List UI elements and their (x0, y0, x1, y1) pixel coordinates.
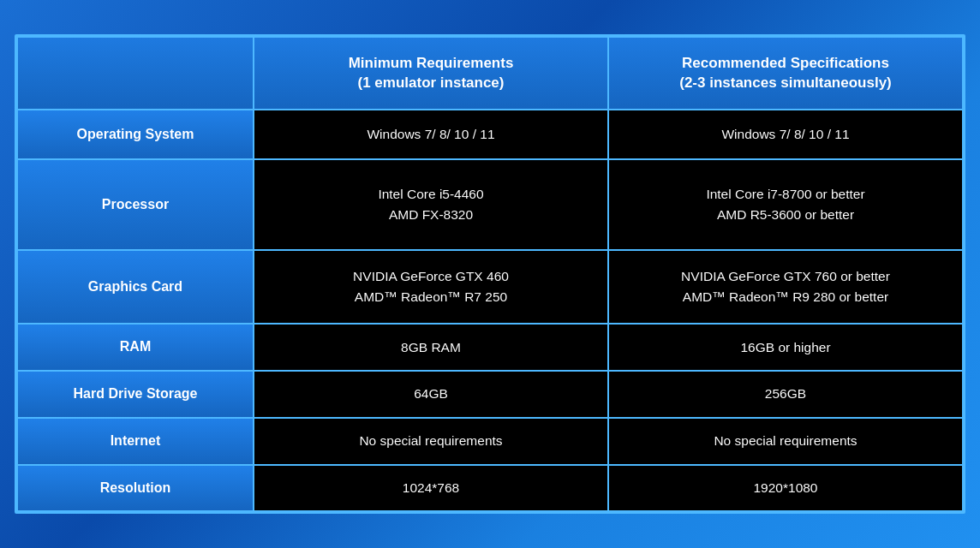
row-recommended-1: Intel Core i7-8700 or betterAMD R5-3600 … (608, 159, 963, 250)
row-minimum-2: NVIDIA GeForce GTX 460AMD™ Radeon™ R7 25… (254, 250, 608, 324)
table-row-graphics: Graphics CardNVIDIA GeForce GTX 460AMD™ … (17, 250, 963, 324)
header-col2: Minimum Requirements (1 emulator instanc… (254, 37, 608, 110)
table-row-hdd: Hard Drive Storage64GB256GB (17, 371, 963, 418)
header-col3-line1: Recommended Specifications (682, 55, 889, 71)
header-row: Minimum Requirements (1 emulator instanc… (17, 37, 963, 110)
row-minimum-3: 8GB RAM (254, 324, 608, 371)
header-col1 (17, 37, 254, 110)
row-minimum-5: No special requirements (254, 418, 608, 465)
row-label-2: Graphics Card (17, 250, 254, 324)
specs-table: Minimum Requirements (1 emulator instanc… (16, 36, 964, 513)
header-col3: Recommended Specifications (2-3 instance… (608, 37, 963, 110)
table-row-os: Operating SystemWindows 7/ 8/ 10 / 11Win… (17, 110, 963, 159)
row-label-0: Operating System (17, 110, 254, 159)
row-recommended-3: 16GB or higher (608, 324, 963, 371)
row-minimum-1: Intel Core i5-4460AMD FX-8320 (254, 159, 608, 250)
header-col2-line1: Minimum Requirements (349, 55, 514, 71)
row-recommended-4: 256GB (608, 371, 963, 418)
row-recommended-0: Windows 7/ 8/ 10 / 11 (608, 110, 963, 159)
specs-table-wrapper: Minimum Requirements (1 emulator instanc… (15, 34, 965, 515)
row-recommended-5: No special requirements (608, 418, 963, 465)
table-row-internet: InternetNo special requirementsNo specia… (17, 418, 963, 465)
row-label-1: Processor (17, 159, 254, 250)
row-minimum-6: 1024*768 (254, 465, 608, 512)
table-row-resolution: Resolution1024*7681920*1080 (17, 465, 963, 512)
header-col3-line2: (2-3 instances simultaneously) (679, 74, 892, 91)
row-recommended-2: NVIDIA GeForce GTX 760 or betterAMD™ Rad… (608, 250, 963, 324)
row-label-4: Hard Drive Storage (17, 371, 254, 418)
table-row-processor: ProcessorIntel Core i5-4460AMD FX-8320In… (17, 159, 963, 250)
row-minimum-0: Windows 7/ 8/ 10 / 11 (254, 110, 608, 159)
row-label-5: Internet (17, 418, 254, 465)
header-col2-line2: (1 emulator instance) (358, 74, 505, 91)
row-recommended-6: 1920*1080 (608, 465, 963, 512)
row-label-3: RAM (17, 324, 254, 371)
row-minimum-4: 64GB (254, 371, 608, 418)
table-row-ram: RAM8GB RAM16GB or higher (17, 324, 963, 371)
row-label-6: Resolution (17, 465, 254, 512)
